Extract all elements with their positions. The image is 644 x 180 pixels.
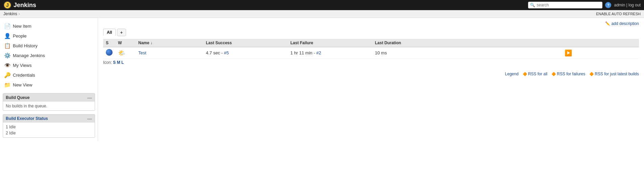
jenkins-logo-icon: J [3, 1, 11, 9]
logo-area: J Jenkins [3, 1, 36, 9]
logout-link[interactable]: log out [628, 3, 641, 7]
header-user-area: admin | log out [614, 3, 641, 7]
rss-latest-link[interactable]: RSS for just latest builds [595, 72, 639, 76]
tab-all[interactable]: All [103, 29, 116, 36]
build-executor-panel: Build Executor Status — 1 Idle2 Idle [3, 114, 95, 138]
last-duration-text: 10 ms [375, 50, 387, 55]
breadcrumb-separator: › [19, 11, 20, 16]
icon-size-l[interactable]: L [121, 60, 124, 65]
col-header-last-failure: Last Failure [288, 39, 372, 47]
executor-row-1: 1 Idle [6, 124, 92, 130]
rss-latest-area: 🔶RSS for just latest builds [589, 72, 639, 76]
sidebar-icon-build-history: 📋 [4, 43, 11, 49]
add-description-link[interactable]: ✏️ add description [605, 21, 639, 26]
col-header-last-duration: Last Duration [372, 39, 562, 47]
job-name-cell: Test [136, 47, 203, 59]
rss-latest-icon: 🔶 [589, 72, 594, 76]
sidebar-icon-credentials: 🔑 [4, 72, 11, 78]
search-icon: 🔍 [530, 3, 535, 7]
col-header-action [562, 39, 639, 47]
sidebar-icon-new-view: 📁 [4, 82, 11, 88]
sidebar-icon-new-item: 📄 [4, 23, 11, 29]
build-executor-header: Build Executor Status — [3, 114, 95, 123]
sidebar-label-people: People [13, 33, 26, 38]
rss-failures-link[interactable]: RSS for failures [557, 72, 585, 76]
schedule-build-icon[interactable]: ▶️ [565, 50, 572, 56]
build-queue-header: Build Queue — [3, 94, 95, 102]
sidebar: 📄 New Item👤 People📋 Build History⚙️ Mana… [0, 18, 98, 141]
main-content: ✏️ add description All + S W Name ↓ Last… [98, 18, 644, 141]
job-last-failure-cell: 1 hr 11 min - #2 [288, 47, 372, 59]
build-queue-collapse[interactable]: — [87, 95, 92, 100]
app-header: J Jenkins 🔍 ? admin | log out [0, 0, 644, 10]
job-last-success-cell: 4.7 sec - #5 [203, 47, 288, 59]
build-executor-body: 1 Idle2 Idle [3, 123, 95, 137]
col-header-last-success: Last Success [203, 39, 288, 47]
build-executor-collapse[interactable]: — [87, 116, 92, 121]
sidebar-items-container: 📄 New Item👤 People📋 Build History⚙️ Mana… [0, 21, 98, 90]
rss-all-icon: 🔶 [523, 72, 527, 76]
rss-all-link[interactable]: RSS for all [528, 72, 547, 76]
globe-icon [106, 49, 113, 56]
last-success-text: 4.7 sec - [206, 50, 224, 55]
icon-size-m[interactable]: M [117, 60, 120, 65]
jobs-table: S W Name ↓ Last Success Last Failure Las… [103, 39, 639, 59]
add-description-label: add description [612, 21, 639, 26]
add-description-area: ✏️ add description [103, 21, 639, 26]
icon-size-label: Icon: [103, 60, 113, 65]
icon-size-row: Icon: S M L [103, 59, 639, 66]
jobs-table-body: 🌤️ Test 4.7 sec - #5 1 hr 11 min - #2 10… [103, 47, 639, 59]
table-row: 🌤️ Test 4.7 sec - #5 1 hr 11 min - #2 10… [103, 47, 639, 59]
table-header-row: S W Name ↓ Last Success Last Failure Las… [103, 39, 639, 47]
breadcrumb-root[interactable]: Jenkins [3, 11, 17, 16]
executor-row-2: 2 Idle [6, 130, 92, 136]
sidebar-item-build-history[interactable]: 📋 Build History [0, 41, 98, 51]
tabs-area: All + [103, 29, 639, 36]
sidebar-item-new-item[interactable]: 📄 New Item [0, 21, 98, 31]
rss-failures-area: 🔶RSS for failures [551, 72, 585, 76]
executors-container: 1 Idle2 Idle [6, 124, 92, 136]
sun-icon: 🌤️ [118, 50, 125, 56]
last-failure-link[interactable]: #2 [316, 50, 321, 55]
job-weather-icon: 🌤️ [115, 47, 136, 59]
sidebar-icon-manage-jenkins: ⚙️ [4, 52, 11, 59]
edit-icon: ✏️ [605, 21, 610, 26]
legend-link[interactable]: Legend [505, 72, 519, 76]
sidebar-item-manage-jenkins[interactable]: ⚙️ Manage Jenkins [0, 51, 98, 60]
enable-auto-refresh[interactable]: ENABLE AUTO REFRESH [596, 12, 641, 16]
job-name-link[interactable]: Test [138, 50, 146, 55]
job-status-icon [103, 47, 115, 59]
sidebar-icon-my-views: 👁️ [4, 62, 11, 69]
build-queue-empty: No builds in the queue. [6, 104, 47, 108]
col-header-w: W [115, 39, 136, 47]
build-queue-title: Build Queue [6, 95, 30, 100]
breadcrumb: Jenkins › ENABLE AUTO REFRESH [0, 10, 644, 18]
last-success-link[interactable]: #5 [224, 50, 229, 55]
header-right-area: 🔍 ? admin | log out [528, 2, 641, 8]
admin-link[interactable]: admin [614, 3, 625, 7]
search-input[interactable] [536, 3, 600, 7]
app-title: Jenkins [14, 2, 36, 9]
job-action-cell: ▶️ [562, 47, 639, 59]
footer-links: Legend 🔶RSS for all 🔶RSS for failures 🔶R… [103, 70, 639, 76]
build-queue-body: No builds in the queue. [3, 102, 95, 110]
tab-add[interactable]: + [117, 29, 126, 36]
sidebar-item-people[interactable]: 👤 People [0, 31, 98, 41]
last-failure-text: 1 hr 11 min - [290, 50, 316, 55]
sidebar-label-new-item: New Item [13, 24, 31, 29]
help-icon[interactable]: ? [605, 2, 611, 8]
col-header-s: S [103, 39, 115, 47]
job-last-duration-cell: 10 ms [372, 47, 562, 59]
sidebar-label-new-view: New View [13, 82, 32, 87]
sidebar-item-credentials[interactable]: 🔑 Credentials [0, 70, 98, 80]
icon-size-s[interactable]: S [113, 60, 116, 65]
sidebar-item-my-views[interactable]: 👁️ My Views [0, 60, 98, 70]
search-box: 🔍 [528, 2, 602, 8]
rss-failures-icon: 🔶 [551, 72, 556, 76]
build-executor-title[interactable]: Build Executor Status [6, 116, 48, 121]
main-layout: 📄 New Item👤 People📋 Build History⚙️ Mana… [0, 18, 644, 141]
rss-all-area: 🔶RSS for all [523, 72, 547, 76]
col-header-name: Name ↓ [136, 39, 203, 47]
sidebar-item-new-view[interactable]: 📁 New View [0, 80, 98, 90]
build-queue-panel: Build Queue — No builds in the queue. [3, 93, 95, 111]
